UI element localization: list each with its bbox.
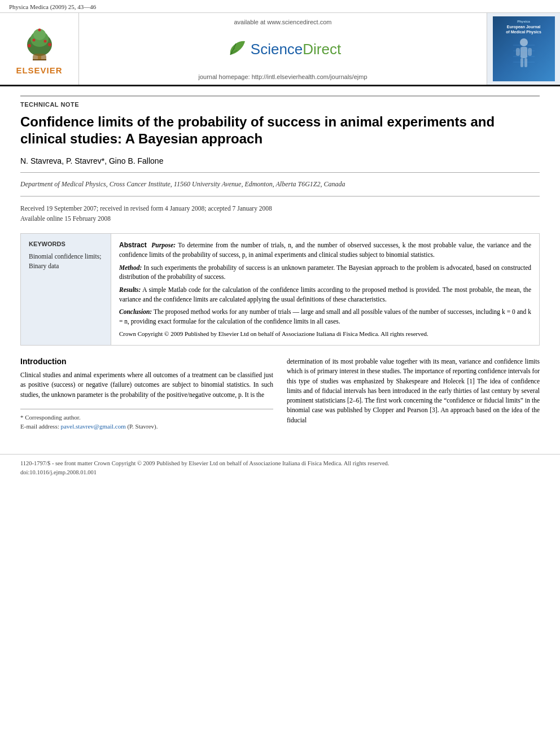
sd-logo: ScienceDirect — [225, 38, 341, 61]
sd-logo-text: ScienceDirect — [251, 41, 341, 58]
sd-leaf-icon — [225, 38, 247, 61]
elsevier-tree-icon — [17, 23, 62, 64]
footer-doi: doi:10.1016/j.ejmp.2008.01.001 — [20, 468, 540, 477]
keyword-1: Binomial confidence limits; — [29, 252, 103, 261]
divider-after-affiliation — [20, 196, 540, 196]
affiliation: Department of Medical Physics, Cross Can… — [20, 180, 540, 189]
introduction-heading: Introduction — [20, 357, 273, 366]
svg-point-8 — [38, 28, 41, 31]
abstract-purpose: Abstract Purpose: To determine from the … — [119, 241, 531, 260]
section-label: TECHNICAL NOTE — [20, 95, 540, 108]
abstract-results: Results: A simple Matlab code for the ca… — [119, 285, 531, 304]
article-title: Confidence limits of the probability of … — [20, 113, 540, 147]
svg-point-6 — [32, 38, 35, 41]
email-label: E-mail address: — [20, 423, 59, 430]
journal-reference: Physica Medica (2009) 25, 43—46 — [0, 0, 560, 13]
authors-line: N. Stavreva, P. Stavrev*, Gino B. Fallon… — [20, 156, 540, 165]
journal-header-banner: ELSEVIER available at www.sciencedirect.… — [0, 13, 560, 86]
ejmp-cover: Physica European Journal of Medical Phys… — [487, 13, 560, 85]
available-online-text: Available online 15 February 2008 — [20, 215, 111, 222]
svg-point-5 — [48, 43, 51, 46]
abstract-copyright: Crown Copyright © 2009 Published by Else… — [119, 330, 531, 338]
abstract-method: Method: In such experiments the probabil… — [119, 263, 531, 282]
elsevier-label: ELSEVIER — [16, 65, 62, 75]
keywords-list: Binomial confidence limits; Binary data — [29, 252, 103, 272]
svg-point-4 — [28, 44, 31, 47]
journal-ref-text: Physica Medica (2009) 25, 43—46 — [9, 3, 96, 10]
purpose-label: Purpose: — [151, 242, 176, 248]
method-text: In such experiments the probability of s… — [119, 264, 531, 281]
svg-point-7 — [43, 40, 46, 42]
received-text: Received 19 September 2007; received in … — [20, 205, 272, 212]
svg-rect-12 — [516, 48, 520, 56]
abstract-section: KEYWORDS Binomial confidence limits; Bin… — [20, 233, 540, 346]
article-content: TECHNICAL NOTE Confidence limits of the … — [0, 86, 560, 443]
authors-text: N. Stavreva, P. Stavrev*, Gino B. Fallon… — [20, 156, 163, 165]
sd-journal-url: journal homepage: http://intl.elsevierhe… — [199, 73, 368, 80]
method-label: Method: — [119, 264, 142, 271]
received-info: Received 19 September 2007; received in … — [20, 203, 540, 224]
footer-issn: 1120-1797/$ - see front matter Crown Cop… — [20, 459, 540, 468]
divider-after-authors — [20, 172, 540, 173]
sd-available-text: available at www.sciencedirect.com — [234, 19, 331, 25]
conclusion-label: Conclusion: — [119, 308, 152, 315]
corresponding-note: * Corresponding author. — [20, 413, 273, 422]
svg-rect-13 — [528, 48, 532, 56]
ejmp-title-text: Physica European Journal of Medical Phys… — [506, 20, 541, 34]
footnote-area: * Corresponding author. E-mail address: … — [20, 409, 273, 431]
sciencedirect-center: available at www.sciencedirect.com Scien… — [79, 13, 487, 85]
column-right: determination of its most probable value… — [287, 357, 540, 431]
purpose-text: To determine from the number of trials, … — [119, 242, 531, 258]
intro-left-text: Clinical studies and animal experiments … — [20, 370, 273, 400]
abstract-conclusion: Conclusion: The proposed method works fo… — [119, 307, 531, 326]
results-text: A simple Matlab code for the calculation… — [119, 286, 531, 303]
elsevier-logo: ELSEVIER — [0, 13, 79, 85]
column-left: Introduction Clinical studies and animal… — [20, 357, 273, 431]
abstract-text-box: Abstract Purpose: To determine from the … — [111, 234, 539, 345]
results-label: Results: — [119, 286, 141, 293]
two-column-body: Introduction Clinical studies and animal… — [20, 357, 540, 431]
svg-rect-9 — [33, 59, 46, 60]
abstract-label: Abstract — [119, 241, 147, 249]
keyword-2: Binary data — [29, 261, 103, 271]
svg-rect-15 — [524, 58, 527, 67]
svg-rect-14 — [520, 58, 523, 67]
email-suffix: (P. Stavrev). — [127, 423, 158, 430]
keywords-box: KEYWORDS Binomial confidence limits; Bin… — [21, 234, 111, 345]
email-link[interactable]: pavel.stavrev@gmail.com — [60, 423, 125, 430]
footer-bar: 1120-1797/$ - see front matter Crown Cop… — [0, 454, 560, 482]
conclusion-text: The proposed method works for any number… — [119, 308, 531, 325]
keywords-title: KEYWORDS — [29, 241, 103, 247]
email-line: E-mail address: pavel.stavrev@gmail.com … — [20, 422, 273, 431]
ejmp-cover-image: Physica European Journal of Medical Phys… — [493, 16, 555, 81]
intro-right-text: determination of its most probable value… — [287, 357, 540, 425]
